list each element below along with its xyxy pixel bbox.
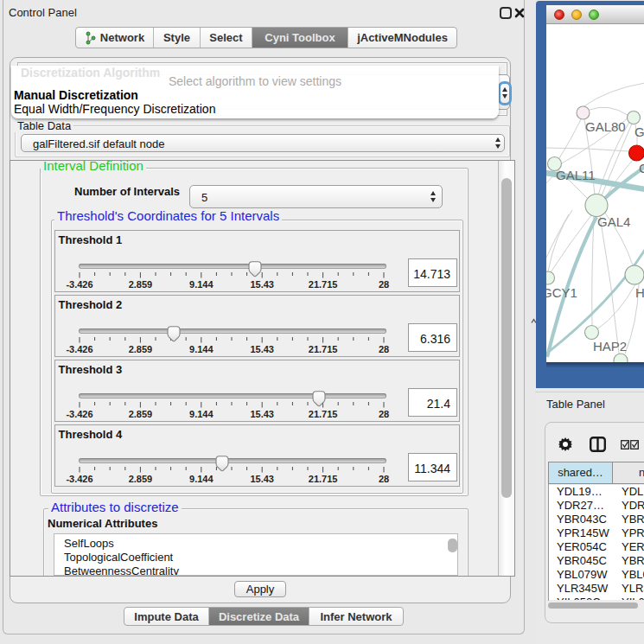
svg-text:GAL4: GAL4	[597, 214, 630, 229]
svg-text:GCY1: GCY1	[546, 285, 577, 300]
svg-text:GAL80: GAL80	[585, 119, 626, 134]
svg-text:H: H	[635, 285, 644, 300]
svg-text:GA: GA	[634, 124, 644, 139]
svg-text:C: C	[639, 161, 644, 175]
svg-text:HAP2: HAP2	[593, 339, 627, 354]
svg-text:GAL11: GAL11	[556, 168, 596, 182]
